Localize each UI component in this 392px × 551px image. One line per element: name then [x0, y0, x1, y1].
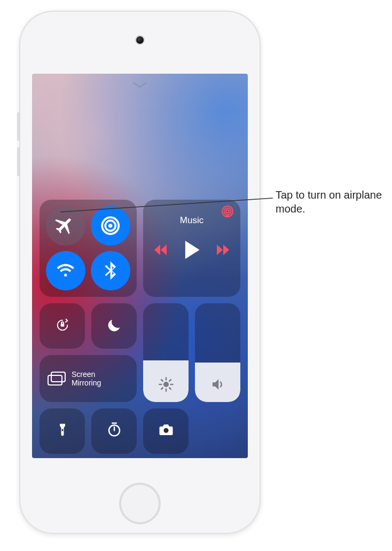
svg-line-21 — [169, 380, 171, 381]
svg-marker-7 — [154, 245, 160, 255]
timer-icon — [106, 422, 122, 440]
airdrop-icon — [99, 215, 121, 237]
dismiss-chevron[interactable] — [131, 81, 148, 89]
play-button[interactable] — [184, 241, 200, 261]
svg-rect-24 — [61, 429, 63, 431]
flashlight-button[interactable] — [40, 408, 85, 454]
camera-button[interactable] — [143, 408, 189, 454]
wifi-icon — [54, 259, 76, 281]
svg-rect-23 — [48, 375, 62, 385]
transport-controls — [154, 241, 230, 261]
media-controls-group[interactable]: Music — [143, 200, 240, 297]
connectivity-group — [40, 200, 137, 297]
moon-icon — [106, 317, 122, 335]
svg-marker-8 — [161, 245, 167, 255]
svg-line-20 — [161, 388, 163, 389]
orientation-lock-icon — [54, 317, 70, 335]
svg-marker-11 — [223, 245, 229, 255]
svg-rect-12 — [60, 324, 64, 327]
front-camera — [136, 36, 144, 44]
svg-marker-9 — [185, 241, 200, 259]
volume-down-hardware — [17, 147, 20, 176]
volume-icon — [210, 376, 226, 392]
sliders-group — [143, 303, 240, 402]
brightness-slider[interactable] — [143, 303, 189, 402]
svg-line-19 — [169, 388, 171, 389]
home-button-hardware — [119, 483, 161, 524]
control-center: Music — [40, 200, 240, 454]
skip-forward-button[interactable] — [216, 245, 230, 257]
flashlight-icon — [54, 422, 70, 440]
svg-marker-10 — [217, 245, 223, 255]
media-title: Music — [180, 215, 203, 226]
orientation-lock-toggle[interactable] — [40, 303, 85, 349]
brightness-icon — [158, 376, 174, 392]
airdrop-toggle[interactable] — [91, 206, 130, 246]
screen-mirroring-button[interactable]: ScreenMirroring — [40, 355, 137, 402]
svg-line-18 — [161, 380, 163, 381]
bluetooth-toggle[interactable] — [91, 251, 130, 290]
svg-point-0 — [108, 224, 113, 228]
svg-point-28 — [163, 428, 168, 433]
airplane-mode-toggle[interactable] — [46, 206, 85, 246]
screen: Music — [32, 74, 248, 458]
volume-slider[interactable] — [195, 303, 240, 402]
svg-point-13 — [163, 382, 169, 387]
screen-mirroring-icon — [47, 371, 66, 386]
device-frame: Music — [19, 11, 261, 534]
airplay-audio-icon — [221, 205, 234, 218]
skip-back-button[interactable] — [154, 245, 168, 257]
bluetooth-icon — [99, 259, 121, 281]
camera-icon — [158, 422, 174, 440]
wifi-toggle[interactable] — [46, 251, 85, 290]
do-not-disturb-toggle[interactable] — [91, 303, 137, 349]
volume-up-hardware — [17, 112, 20, 141]
svg-point-3 — [226, 210, 229, 213]
timer-button[interactable] — [91, 408, 137, 454]
callout-text: Tap to turn on airplane mode. — [276, 188, 382, 216]
airplane-icon — [54, 215, 76, 237]
svg-point-4 — [224, 208, 231, 215]
screen-mirroring-label: ScreenMirroring — [72, 370, 101, 387]
